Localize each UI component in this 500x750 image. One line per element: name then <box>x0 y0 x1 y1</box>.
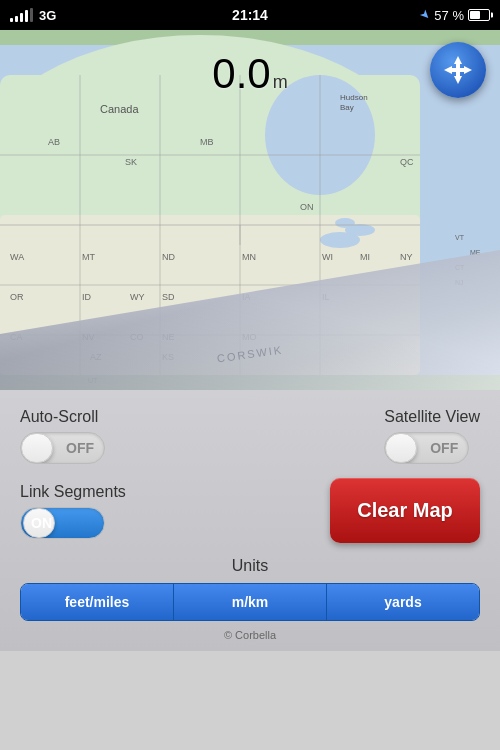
link-segments-toggle[interactable]: ON <box>20 507 105 539</box>
controls-panel: Auto-Scroll OFF Satellite View OFF Link … <box>0 390 500 651</box>
svg-text:Hudson: Hudson <box>340 93 368 102</box>
distance-unit: m <box>273 72 288 93</box>
signal-bar-3 <box>20 13 23 22</box>
time-display: 21:14 <box>232 7 268 23</box>
auto-scroll-group: Auto-Scroll OFF <box>20 408 105 464</box>
signal-bar-4 <box>25 10 28 22</box>
satellite-view-label: Satellite View <box>384 408 480 426</box>
link-segments-state: ON <box>31 515 52 531</box>
battery-fill <box>470 11 480 19</box>
link-segments-label: Link Segments <box>20 483 126 501</box>
unit-feet-miles-button[interactable]: feet/miles <box>21 584 174 620</box>
distance-value: 0.0 <box>212 50 270 98</box>
svg-text:WY: WY <box>130 292 145 302</box>
auto-scroll-label: Auto-Scroll <box>20 408 98 426</box>
carrier-label: 3G <box>39 8 56 23</box>
page-curl-text: CORSWIK <box>216 343 284 364</box>
units-section: Units feet/miles m/km yards <box>20 557 480 621</box>
link-segments-group: Link Segments ON <box>20 483 126 539</box>
copyright: © Corbella <box>20 629 480 641</box>
svg-text:VT: VT <box>455 234 465 241</box>
signal-bar-2 <box>15 16 18 22</box>
svg-text:WA: WA <box>10 252 24 262</box>
unit-yards-button[interactable]: yards <box>327 584 479 620</box>
svg-text:QC: QC <box>400 157 414 167</box>
clear-map-button[interactable]: Clear Map <box>330 478 480 543</box>
clear-map-label: Clear Map <box>357 499 453 522</box>
signal-bar-1 <box>10 18 13 22</box>
svg-text:WI: WI <box>322 252 333 262</box>
battery-percent: 57 % <box>434 8 464 23</box>
location-arrow-icon: ➤ <box>417 7 434 24</box>
svg-text:MB: MB <box>200 137 214 147</box>
svg-point-7 <box>335 218 355 228</box>
svg-text:ID: ID <box>82 292 92 302</box>
status-bar: 3G 21:14 ➤ 57 % <box>0 0 500 30</box>
units-buttons: feet/miles m/km yards <box>20 583 480 621</box>
svg-text:AB: AB <box>48 137 60 147</box>
svg-text:MT: MT <box>82 252 95 262</box>
svg-text:SK: SK <box>125 157 137 167</box>
map-area[interactable]: Canada AB SK MB ON QC Hudson Bay WA OR C… <box>0 30 500 390</box>
signal-bars <box>10 8 33 22</box>
auto-scroll-toggle[interactable]: OFF <box>20 432 105 464</box>
svg-text:SD: SD <box>162 292 175 302</box>
svg-text:MN: MN <box>242 252 256 262</box>
svg-text:MI: MI <box>360 252 370 262</box>
move-icon <box>442 54 474 86</box>
auto-scroll-state: OFF <box>66 440 94 456</box>
svg-text:ON: ON <box>300 202 314 212</box>
svg-marker-53 <box>444 56 472 84</box>
svg-text:Canada: Canada <box>100 103 139 115</box>
nav-button[interactable] <box>430 42 486 98</box>
svg-text:NY: NY <box>400 252 413 262</box>
auto-scroll-thumb <box>21 433 53 463</box>
link-segments-row: Link Segments ON Clear Map <box>20 478 480 543</box>
distance-display: 0.0 m <box>212 50 287 98</box>
svg-text:ND: ND <box>162 252 175 262</box>
satellite-view-state: OFF <box>430 440 458 456</box>
svg-text:Bay: Bay <box>340 103 354 112</box>
satellite-view-group: Satellite View OFF <box>384 408 480 464</box>
battery-icon <box>468 9 490 21</box>
satellite-view-toggle[interactable]: OFF <box>384 432 469 464</box>
satellite-view-thumb <box>385 433 417 463</box>
unit-mkm-button[interactable]: m/km <box>174 584 327 620</box>
status-left: 3G <box>10 8 56 23</box>
signal-bar-5 <box>30 8 33 22</box>
status-right: ➤ 57 % <box>420 8 490 23</box>
svg-text:OR: OR <box>10 292 24 302</box>
top-controls-row: Auto-Scroll OFF Satellite View OFF <box>20 408 480 464</box>
units-label: Units <box>232 557 268 575</box>
